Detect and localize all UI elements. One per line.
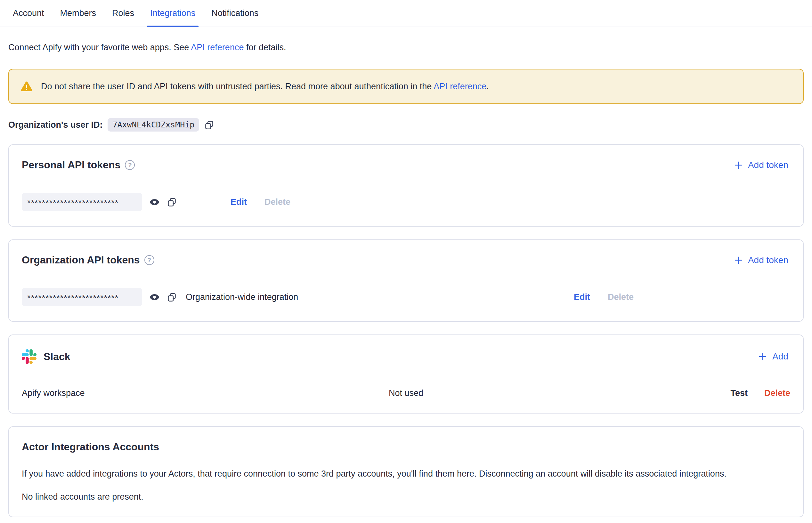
org-user-id-value: 7AxwNL4kCDZxsMHip <box>108 118 199 131</box>
plus-icon <box>758 352 767 361</box>
actor-integrations-card: Actor Integrations Accounts If you have … <box>8 426 804 517</box>
warning-triangle-icon <box>20 80 33 92</box>
slack-workspace-name: Apify workspace <box>22 388 389 398</box>
tab-roles[interactable]: Roles <box>108 0 138 26</box>
integrations-page: Connect Apify with your favorite web app… <box>0 42 812 517</box>
tab-notifications[interactable]: Notifications <box>208 0 262 26</box>
copy-user-id-button[interactable] <box>204 120 214 130</box>
personal-token-row: ************************* Edit Delete <box>22 193 790 211</box>
active-tab-underline <box>147 25 198 27</box>
organization-token-description: Organization-wide integration <box>186 292 298 302</box>
personal-tokens-header: Personal API tokens ? Add token <box>22 159 790 171</box>
copy-icon <box>167 197 177 207</box>
tab-members[interactable]: Members <box>56 0 100 26</box>
help-icon[interactable]: ? <box>144 255 154 265</box>
organization-api-tokens-card: Organization API tokens ? Add token ****… <box>8 239 804 322</box>
test-slack-button[interactable]: Test <box>730 388 748 398</box>
add-slack-label: Add <box>772 351 788 362</box>
warning-text: Do not share the user ID and API tokens … <box>41 82 489 92</box>
org-user-id-label: Organization's user ID: <box>8 120 103 130</box>
api-reference-link[interactable]: API reference <box>191 42 244 52</box>
slack-header: Slack Add <box>22 349 790 364</box>
add-personal-token-button[interactable]: Add token <box>731 160 790 170</box>
organization-tokens-header: Organization API tokens ? Add token <box>22 254 790 266</box>
settings-tabbar: Account Members Roles Integrations Notif… <box>0 0 812 27</box>
tab-roles-label: Roles <box>112 8 134 18</box>
tab-notifications-label: Notifications <box>211 8 259 18</box>
tab-members-label: Members <box>60 8 96 18</box>
slack-actions: Test Delete <box>730 388 790 398</box>
personal-token-masked-field[interactable]: ************************* <box>22 193 142 211</box>
tab-integrations-label: Integrations <box>150 8 195 18</box>
copy-personal-token-button[interactable] <box>167 197 177 207</box>
organization-tokens-title: Organization API tokens <box>22 254 140 266</box>
tab-account[interactable]: Account <box>9 0 48 26</box>
copy-icon <box>204 120 214 130</box>
org-user-id-row: Organization's user ID: 7AxwNL4kCDZxsMHi… <box>8 118 804 131</box>
actor-integrations-description: If you have added integrations to your A… <box>22 468 790 479</box>
tab-integrations[interactable]: Integrations <box>146 0 199 26</box>
tab-account-label: Account <box>13 8 44 18</box>
help-glyph: ? <box>128 162 132 169</box>
plus-icon <box>734 160 743 170</box>
warning-api-reference-link[interactable]: API reference <box>434 82 487 91</box>
copy-icon <box>167 292 177 302</box>
actor-integrations-empty-text: No linked accounts are present. <box>22 492 790 502</box>
copy-organization-token-button[interactable] <box>167 292 177 302</box>
help-icon[interactable]: ? <box>125 160 135 170</box>
slack-logo-icon <box>22 349 36 364</box>
add-organization-token-label: Add token <box>748 255 788 265</box>
warning-text-before: Do not share the user ID and API tokens … <box>41 82 434 91</box>
organization-token-row: ************************* Organization-w… <box>22 288 790 306</box>
slack-card: Slack Add Apify workspace Not used Test … <box>8 335 804 414</box>
delete-personal-token-button[interactable]: Delete <box>264 197 290 207</box>
actor-integrations-title: Actor Integrations Accounts <box>22 441 790 453</box>
intro-text: Connect Apify with your favorite web app… <box>8 42 804 53</box>
edit-organization-token-button[interactable]: Edit <box>574 292 590 302</box>
eye-icon <box>149 292 159 302</box>
delete-organization-token-button[interactable]: Delete <box>608 292 634 302</box>
add-personal-token-label: Add token <box>748 160 788 170</box>
slack-workspace-row: Apify workspace Not used Test Delete <box>22 388 790 398</box>
warning-banner: Do not share the user ID and API tokens … <box>8 69 804 104</box>
intro-text-before: Connect Apify with your favorite web app… <box>8 42 191 52</box>
plus-icon <box>734 255 743 265</box>
eye-icon <box>149 197 159 207</box>
show-personal-token-button[interactable] <box>149 197 159 207</box>
edit-personal-token-button[interactable]: Edit <box>231 197 247 207</box>
delete-slack-button[interactable]: Delete <box>764 388 790 398</box>
organization-token-actions: Edit Delete <box>574 292 634 302</box>
slack-status: Not used <box>389 388 423 398</box>
warning-text-after: . <box>487 82 489 91</box>
add-organization-token-button[interactable]: Add token <box>731 255 790 266</box>
organization-token-masked-field[interactable]: ************************* <box>22 288 142 306</box>
help-glyph: ? <box>147 257 151 264</box>
intro-text-after: for details. <box>244 42 286 52</box>
slack-title: Slack <box>43 351 70 363</box>
personal-api-tokens-card: Personal API tokens ? Add token ********… <box>8 144 804 227</box>
personal-tokens-title: Personal API tokens <box>22 159 120 171</box>
personal-token-actions: Edit Delete <box>231 197 290 207</box>
add-slack-button[interactable]: Add <box>756 351 790 362</box>
show-organization-token-button[interactable] <box>149 292 159 302</box>
